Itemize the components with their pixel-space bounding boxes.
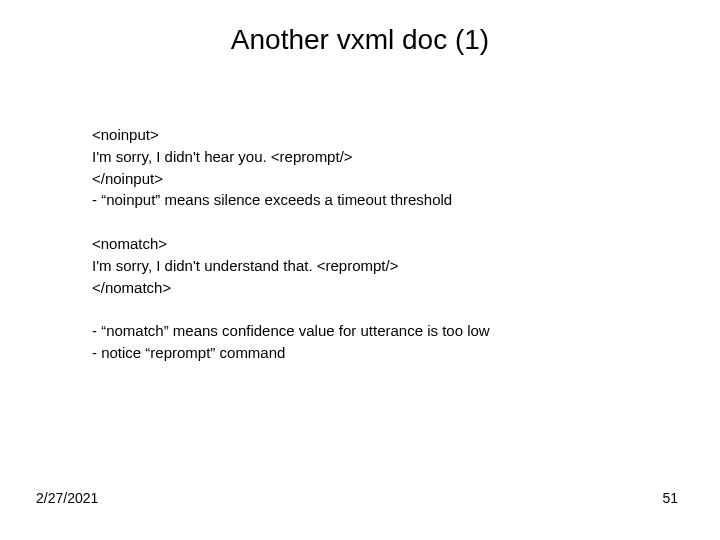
code-line: </nomatch> <box>92 277 652 299</box>
code-line: <noinput> <box>92 124 652 146</box>
code-line: </noinput> <box>92 168 652 190</box>
note-line: - “noinput” means silence exceeds a time… <box>92 189 652 211</box>
block-noinput: <noinput> I'm sorry, I didn't hear you. … <box>92 124 652 211</box>
footer-page: 51 <box>662 490 678 506</box>
note-line: - “nomatch” means confidence value for u… <box>92 320 652 342</box>
footer-date: 2/27/2021 <box>36 490 98 506</box>
code-line: <nomatch> <box>92 233 652 255</box>
slide-title: Another vxml doc (1) <box>0 24 720 56</box>
code-line: I'm sorry, I didn't understand that. <re… <box>92 255 652 277</box>
code-line: I'm sorry, I didn't hear you. <reprompt/… <box>92 146 652 168</box>
block-notes: - “nomatch” means confidence value for u… <box>92 320 652 364</box>
slide: Another vxml doc (1) <noinput> I'm sorry… <box>0 0 720 540</box>
slide-body: <noinput> I'm sorry, I didn't hear you. … <box>92 124 652 386</box>
note-line: - notice “reprompt” command <box>92 342 652 364</box>
block-nomatch: <nomatch> I'm sorry, I didn't understand… <box>92 233 652 298</box>
